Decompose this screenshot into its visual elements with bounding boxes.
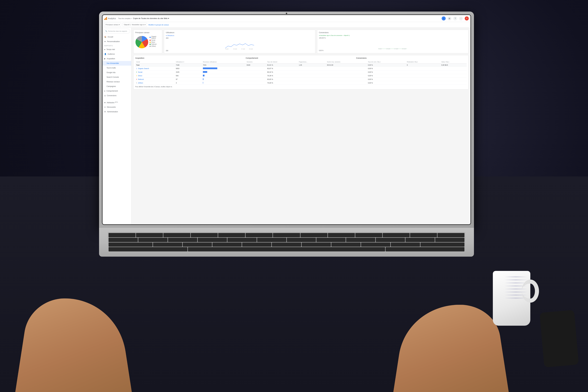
acquisition-table: Canal Utilisateurs ▾ Nouveaux utilisateu… [135,60,466,85]
val-oth-rebond: 75,00 % [266,81,298,85]
sidebar-label-campagnes: Campagnes [106,85,116,87]
sidebar-item-accueil[interactable]: 🏠 Accueil [102,34,131,39]
total-rebond: 81,81 % [266,64,298,67]
sidebar-label-audience: Audience [108,53,115,55]
total-valeur: 0,00 $US [440,64,466,67]
key [188,247,385,252]
key [257,238,286,242]
key [386,247,464,252]
val-oth-duree [326,81,367,85]
table-footer: Pour afficher l'ensemble des 3 Canaux, v… [135,86,466,88]
val-dir-real [406,74,440,78]
sidebar-item-temps-reel[interactable]: ● Temps réel [102,47,131,52]
ga-logo: Analytics [104,17,116,20]
total-nouveaux: 7041 [202,64,246,67]
charts-row: Principaux canaux [133,30,468,53]
sidebar-item-attribution[interactable]: ◈ Attribution BÊTA [102,100,131,105]
total-pages: 1,35 [298,64,326,67]
sidebar-label-acquisition: Acquisition [107,58,115,60]
google-analytics-ui: Analytics Tous les comptes > Copie de To… [102,15,470,224]
pie-chart [135,35,148,49]
legend-other: (Other) [150,46,160,47]
sidebar-item-google-ads[interactable]: Google Ads [102,70,131,75]
val-soc-bar [202,70,246,74]
key [355,233,382,237]
sidebar-item-acquisition[interactable]: ▶ Acquisition [102,56,131,61]
conversions-value: 100,00 % [319,37,466,39]
page-title: Copie de Toutes les données du site Web … [133,17,169,20]
more-icon[interactable]: ⋮ [459,16,463,20]
secondary-filter[interactable]: Objectif 1 : Newsletter sign in ▾ [122,23,147,27]
conversions-title: Conversions [319,32,466,34]
key-row-3 [108,242,464,247]
val-ref-valeur [440,78,466,81]
sidebar-item-reseaux-sociaux[interactable]: Réseaux sociaux [102,80,131,84]
key [287,238,316,242]
conversions-card: Conversions ● Newsletter sign in (Taux d… [317,30,468,53]
val-ref-real [406,78,440,81]
table-row: 3 Direct 556 76 [135,74,466,78]
key [376,238,405,242]
comportement-icon: ● [104,90,105,92]
primary-filter[interactable]: Principaux canaux ▾ [104,23,121,27]
val-soc-pages [298,70,326,74]
acquisition-section-title: Acquisition [135,57,246,59]
acquisition-icon: ▶ [104,58,106,60]
utilisateurs-title: Utilisateurs [166,32,314,34]
sidebar-item-decouverte[interactable]: ⊙ Découverte [102,105,131,110]
sidebar-label-accueil: Accueil [108,36,113,38]
sidebar-item-administration[interactable]: ⚙ Administration [102,110,131,114]
keyboard [108,232,465,252]
profile-icon[interactable]: A [465,16,469,20]
sidebar-label-conversions: Conversions [107,94,116,96]
val-org-sessions [246,67,266,70]
key [410,233,437,237]
col-conv: Taux de conv. Obj.1 [367,60,406,64]
svg-text:24 août: 24 août [402,48,406,50]
col-sessions: Sessions [246,60,266,64]
camera-dot [286,13,287,14]
acquisition-section: Acquisition [135,57,246,60]
sidebar-item-audience[interactable]: 👤 Audience [102,52,131,56]
total-duree: 00:01:00 [326,64,367,67]
conversions-chart: 3 août 10 août 17 août 24 août [319,39,466,50]
svg-text:17 août: 17 août [241,48,245,50]
key [218,233,245,237]
grid-icon[interactable]: ⊞ [448,16,452,20]
user-avatar-icon[interactable]: 👤 [442,16,446,20]
channel-direct: 3 Direct [135,74,175,78]
help-icon[interactable]: ? [453,16,457,20]
search-box[interactable]: 🔍 Rechercher dans les rapports [104,29,130,34]
key [228,238,257,242]
principaux-canaux-title: Principaux canaux [135,32,160,34]
sidebar-item-comportement[interactable]: ● Comportement [102,89,131,93]
filter-link[interactable]: Modifier le groupe de canaux [148,24,169,26]
channel-organic: 1 Organic Search [135,67,175,70]
sidebar-item-vue-ensemble[interactable]: Vue d'ensemble [102,61,131,66]
val-dir-duree [326,74,367,78]
val-oth-real [406,81,440,85]
col-pages: Pages/sess... [298,60,326,64]
sidebar-item-conversions[interactable]: ◎ Conversions [102,93,131,98]
sidebar-item-tout-trafic[interactable]: Tout le trafic [102,66,131,70]
val-org-valeur [440,67,466,70]
val-ref-pages [298,78,326,81]
analytics-title: Analytics [108,17,116,20]
sidebar-label-personnalisation: Personnalisation [107,40,120,42]
sidebar-item-search-console[interactable]: Search Console [102,75,131,80]
conversions-section-title: Conversions [356,57,466,59]
val-dir-bar [202,74,246,78]
key [242,242,271,247]
utilisateurs-metric: ● Utilisateurs [166,35,314,36]
principaux-canaux-card: Principaux canaux [133,30,162,53]
key [108,247,188,252]
sidebar-item-personnalisation[interactable]: ★ Personnalisation [102,39,131,44]
col-real: Réalisation Obj.1 [406,60,440,64]
val-soc-conv: 0,00 % [367,70,406,74]
sidebar-item-campagnes[interactable]: Campagnes [102,84,131,89]
utilisateurs-min: 200 [166,50,314,52]
svg-text:10 août: 10 août [233,48,237,50]
svg-text:3 août: 3 août [378,48,382,50]
settings-icon: ⚙ [104,111,106,113]
sidebar-label-temps-reel: Temps réel [106,48,115,50]
